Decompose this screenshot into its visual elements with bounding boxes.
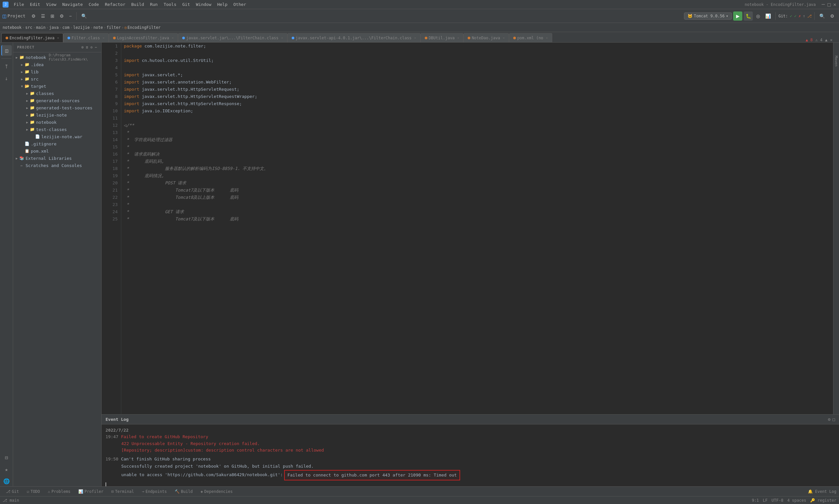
- tab-close-icon[interactable]: ✕: [172, 36, 174, 40]
- panel-content[interactable]: 2022/7/22 19:47 Failed to create GitHub …: [102, 425, 839, 486]
- bottom-tab-problems[interactable]: ⚠ Problems: [45, 489, 74, 494]
- activity-commit-icon[interactable]: ⤒: [1, 61, 12, 72]
- tab-notedao[interactable]: NoteDao.java ✕: [464, 33, 509, 42]
- sidebar-item-notebook[interactable]: ▶ 📁 notebook D:\Program Files\03.FindWor…: [13, 54, 101, 61]
- sidebar-item-pom[interactable]: 📋 pom.xml: [13, 147, 101, 155]
- sidebar-item-external-libs[interactable]: ▶ 📚 External Libraries: [13, 155, 101, 162]
- sidebar-item-classes[interactable]: ▶ 📁 classes: [13, 90, 101, 97]
- toolbar-search-btn[interactable]: 🔍: [79, 12, 89, 20]
- sidebar-collapse-btn[interactable]: ≡: [86, 45, 88, 50]
- menu-other[interactable]: Other: [231, 1, 249, 7]
- tab-encoding-filter[interactable]: EncodingFilter.java ✕: [1, 33, 63, 42]
- breadcrumb-class[interactable]: EncodingFilter: [127, 25, 161, 30]
- menu-build[interactable]: Build: [129, 1, 147, 7]
- activity-web-icon[interactable]: 🌐: [1, 476, 12, 486]
- sidebar-item-lezijie-note[interactable]: ▶ 📁 lezijie-note: [13, 111, 101, 119]
- sidebar-item-notebook-sub[interactable]: ▶ 📁 notebook: [13, 119, 101, 126]
- menu-tools[interactable]: Tools: [161, 1, 179, 7]
- activity-project-icon[interactable]: ◫: [1, 45, 12, 56]
- activity-favorites-icon[interactable]: ★: [1, 464, 12, 474]
- event-log-link[interactable]: 🔔 Event Log: [808, 489, 836, 494]
- tab-filter-class[interactable]: Filter.class ✕: [63, 33, 109, 42]
- toolbar-expand-btn[interactable]: ⊞: [49, 12, 56, 20]
- sidebar-item-src[interactable]: ▶ 📁 src: [13, 75, 101, 83]
- status-lf[interactable]: LF: [763, 498, 768, 503]
- breadcrumb-lezijie[interactable]: lezijie: [73, 25, 90, 30]
- bottom-tab-terminal[interactable]: ⊡ Terminal: [108, 489, 137, 494]
- expand-warnings-btn[interactable]: ▲: [825, 38, 827, 42]
- profile-button[interactable]: 📊: [763, 12, 773, 20]
- run-config-dropdown[interactable]: 🐱 Tomcat 9.0.56 ▾: [684, 13, 732, 20]
- tab-close-icon[interactable]: ✕: [103, 36, 105, 40]
- menu-view[interactable]: View: [43, 1, 59, 7]
- bottom-tab-dependencies[interactable]: ◈ Dependencies: [197, 489, 236, 494]
- toolbar-layout-btn[interactable]: ☰: [39, 12, 47, 20]
- sidebar-close-btn[interactable]: −: [95, 45, 97, 50]
- search-everywhere-btn[interactable]: 🔍: [817, 12, 827, 20]
- bottom-tab-git[interactable]: ⎇ Git: [3, 489, 22, 494]
- settings-btn[interactable]: ⚙: [828, 12, 836, 20]
- breadcrumb-java[interactable]: java: [49, 25, 59, 30]
- menu-file[interactable]: File: [11, 1, 27, 7]
- status-encoding[interactable]: UTF-8: [771, 498, 783, 503]
- close-warnings-btn[interactable]: ✕: [830, 38, 833, 42]
- minimize-btn[interactable]: ─: [822, 1, 825, 7]
- tab-close-icon[interactable]: ✕: [457, 36, 459, 40]
- toolbar-minus-btn[interactable]: −: [67, 12, 74, 20]
- breadcrumb-note[interactable]: note: [93, 25, 103, 30]
- menu-run[interactable]: Run: [147, 1, 160, 7]
- tab-login-filter[interactable]: LoginAccessFilter.java ✕: [109, 33, 178, 42]
- breadcrumb-main[interactable]: main: [36, 25, 46, 30]
- tab-filterchain2[interactable]: javax.servlet-api-4.0.1.jar\...\FilterCh…: [287, 33, 420, 42]
- tab-close-icon[interactable]: ✕: [57, 36, 59, 40]
- breadcrumb-src[interactable]: src: [25, 25, 32, 30]
- code-container[interactable]: 1 2 3 4 5 6 7 8 9 10 11 12 13 14 15 16 1: [102, 42, 839, 414]
- sidebar-item-test-classes[interactable]: ▶ 📁 test-classes: [13, 126, 101, 133]
- breadcrumb-com[interactable]: com: [62, 25, 69, 30]
- sidebar-locate-btn[interactable]: ⊙: [82, 45, 84, 50]
- tab-close-icon[interactable]: ✕: [503, 36, 505, 40]
- toolbar-settings-btn[interactable]: ⚙: [30, 12, 38, 20]
- menu-code[interactable]: Code: [86, 1, 102, 7]
- sidebar-item-idea[interactable]: ▶ 📁 .idea: [13, 61, 101, 68]
- sidebar-item-gitignore[interactable]: 📄 .gitignore: [13, 140, 101, 147]
- sidebar-settings-btn[interactable]: ⚙: [90, 45, 93, 50]
- breadcrumb-filter[interactable]: filter: [106, 25, 121, 30]
- debug-button[interactable]: 🐛: [744, 12, 753, 21]
- tab-dbutil[interactable]: DBUtil.java ✕: [420, 33, 464, 42]
- sidebar-item-generated-test-sources[interactable]: ▶ 📁 generated-test-sources: [13, 104, 101, 111]
- menu-git[interactable]: Git: [180, 1, 192, 7]
- bottom-tab-todo[interactable]: ☑ TODO: [23, 489, 43, 494]
- toolbar-gear-btn[interactable]: ⚙: [58, 12, 66, 20]
- breadcrumb-notebook[interactable]: notebook: [3, 25, 22, 30]
- activity-structure-icon[interactable]: ⊟: [1, 452, 12, 463]
- panel-settings-icon[interactable]: ⚙: [828, 417, 831, 422]
- menu-window[interactable]: Window: [193, 1, 214, 7]
- menu-help[interactable]: Help: [215, 1, 230, 7]
- tab-close-icon[interactable]: ✕: [414, 36, 416, 40]
- coverage-button[interactable]: ◎: [754, 12, 762, 20]
- sidebar-item-lib[interactable]: ▶ 📁 lib: [13, 68, 101, 75]
- maven-tab[interactable]: Maven: [834, 56, 838, 67]
- sidebar-item-scratches[interactable]: ✏ Scratches and Consoles: [13, 162, 101, 169]
- sidebar-item-generated-sources[interactable]: ▶ 📁 generated-sources: [13, 97, 101, 104]
- run-button[interactable]: ▶: [733, 12, 742, 21]
- sidebar-item-target[interactable]: ▼ 📂 target: [13, 83, 101, 90]
- code-editor[interactable]: package com.lezijie.note.filter; import …: [121, 42, 834, 414]
- bottom-tab-endpoints[interactable]: → Endpoints: [139, 489, 170, 494]
- activity-pull-icon[interactable]: ↓: [1, 73, 12, 84]
- menu-navigate[interactable]: Navigate: [60, 1, 86, 7]
- status-indent[interactable]: 4 spaces: [787, 498, 806, 503]
- sidebar-item-war[interactable]: 📄 lezijie-note.war: [13, 133, 101, 140]
- bottom-tab-profiler[interactable]: 📊 Profiler: [75, 489, 107, 494]
- status-position[interactable]: 9:1: [752, 498, 759, 503]
- maximize-btn[interactable]: □: [827, 1, 831, 7]
- menu-edit[interactable]: Edit: [27, 1, 42, 7]
- panel-expand-icon[interactable]: □: [833, 417, 835, 422]
- tab-close-icon[interactable]: ✕: [546, 36, 548, 40]
- tab-close-icon[interactable]: ✕: [281, 36, 283, 40]
- tab-filterchain1[interactable]: javax.servlet.jar\...\FilterChain.class …: [178, 33, 287, 42]
- tab-pom[interactable]: pom.xml (no ✕: [509, 33, 552, 42]
- bottom-tab-build[interactable]: 🔨 Build: [171, 489, 196, 494]
- close-btn[interactable]: ✕: [833, 1, 836, 7]
